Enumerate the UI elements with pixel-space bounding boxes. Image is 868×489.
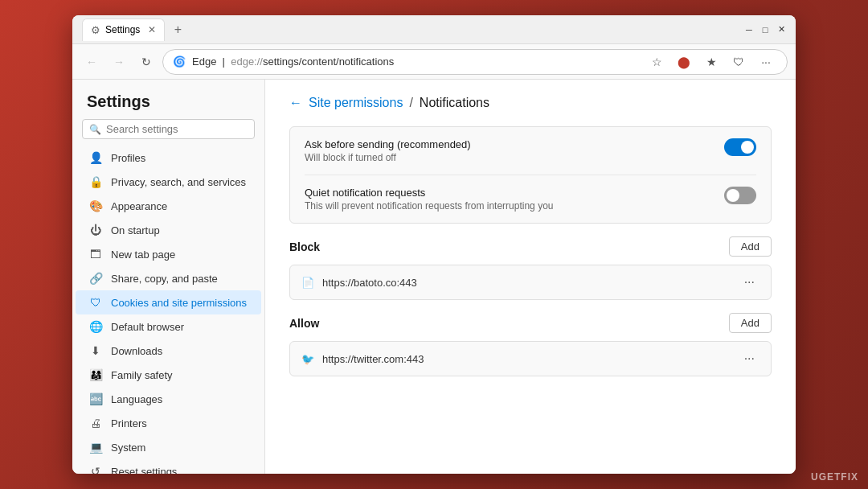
sidebar-item-label: New tab page bbox=[111, 249, 175, 261]
new-tab-button[interactable]: + bbox=[168, 20, 187, 39]
sidebar-item-label: Profiles bbox=[111, 152, 145, 164]
block-section-header: Block Add bbox=[289, 236, 772, 257]
edge-logo-icon: 🌀 bbox=[173, 55, 186, 68]
quiet-toggle[interactable] bbox=[724, 187, 756, 204]
reset-icon: ↺ bbox=[88, 465, 103, 474]
notifications-settings-card: Ask before sending (recommended) Will bl… bbox=[289, 126, 772, 224]
favorites-icon[interactable]: ☆ bbox=[645, 51, 668, 73]
sidebar-item-share[interactable]: 🔗 Share, copy, and paste bbox=[76, 266, 261, 290]
sidebar-item-label: Printers bbox=[111, 417, 147, 429]
browser-essentials-icon[interactable]: 🛡 bbox=[727, 51, 750, 73]
ask-setting-label: Ask before sending (recommended) bbox=[305, 138, 711, 150]
sidebar-item-label: Privacy, search, and services bbox=[111, 176, 246, 188]
quiet-setting-label: Quiet notification requests bbox=[305, 187, 711, 199]
maximize-button[interactable]: □ bbox=[760, 25, 770, 35]
quiet-setting-desc: This will prevent notification requests … bbox=[305, 200, 711, 212]
breadcrumb-link[interactable]: Site permissions bbox=[309, 96, 403, 110]
search-icon: 🔍 bbox=[89, 124, 101, 135]
sidebar-item-family-safety[interactable]: 👨‍👩‍👧 Family safety bbox=[76, 363, 261, 387]
breadcrumb-current: Notifications bbox=[420, 96, 489, 110]
minimize-button[interactable]: ─ bbox=[744, 25, 754, 35]
block-site-list: 📄 https://batoto.co:443 ··· bbox=[289, 265, 772, 300]
address-toolbar-icons: ☆ ⬤ ★ 🛡 ··· bbox=[645, 51, 777, 73]
tab-close-button[interactable]: ✕ bbox=[148, 24, 156, 35]
sidebar-item-default-browser[interactable]: 🌐 Default browser bbox=[76, 314, 261, 339]
profiles-icon: 👤 bbox=[88, 151, 103, 164]
downloads-icon: ⬇ bbox=[88, 344, 103, 357]
breadcrumb-separator: / bbox=[409, 96, 412, 110]
allow-site-item: 🐦 https://twitter.com:443 ··· bbox=[290, 342, 771, 376]
cookies-icon: 🛡 bbox=[88, 296, 103, 309]
breadcrumb-back-arrow[interactable]: ← bbox=[289, 96, 302, 110]
sidebar: Settings 🔍 👤 Profiles 🔒 Privacy, search,… bbox=[72, 80, 265, 474]
sidebar-item-new-tab[interactable]: 🗔 New tab page bbox=[76, 242, 261, 266]
file-icon: 📄 bbox=[301, 277, 314, 289]
url-scheme: edge:// bbox=[231, 55, 263, 68]
block-site-more-button[interactable]: ··· bbox=[739, 273, 760, 291]
sidebar-item-startup[interactable]: ⏻ On startup bbox=[76, 218, 261, 242]
sidebar-item-privacy[interactable]: 🔒 Privacy, search, and services bbox=[76, 170, 261, 194]
ask-setting-desc: Will block if turned off bbox=[305, 152, 711, 163]
sidebar-item-languages[interactable]: 🔤 Languages bbox=[76, 387, 261, 411]
allow-site-list: 🐦 https://twitter.com:443 ··· bbox=[289, 341, 772, 376]
quiet-notifications-row: Quiet notification requests This will pr… bbox=[305, 175, 756, 212]
sidebar-item-label: Languages bbox=[111, 393, 162, 405]
family-safety-icon: 👨‍👩‍👧 bbox=[88, 368, 103, 381]
block-section-title: Block bbox=[289, 240, 320, 253]
allow-section-header: Allow Add bbox=[289, 313, 772, 333]
appearance-icon: 🎨 bbox=[88, 199, 103, 212]
url-path: settings/content/notifications bbox=[263, 55, 394, 68]
watermark: UGETFIX bbox=[811, 471, 858, 483]
sidebar-item-reset[interactable]: ↺ Reset settings bbox=[76, 459, 261, 474]
window-controls: ─ □ ✕ bbox=[744, 25, 786, 35]
ask-before-sending-row: Ask before sending (recommended) Will bl… bbox=[305, 138, 756, 163]
sidebar-item-profiles[interactable]: 👤 Profiles bbox=[76, 146, 261, 170]
quiet-setting-info: Quiet notification requests This will pr… bbox=[305, 187, 711, 212]
addressbar: ← → ↻ 🌀 Edge | edge://settings/content/n… bbox=[72, 44, 796, 80]
address-label: Edge | edge://settings/content/notificat… bbox=[192, 55, 394, 68]
search-input[interactable] bbox=[106, 123, 248, 135]
refresh-button[interactable]: ↻ bbox=[135, 51, 158, 73]
forward-button[interactable]: → bbox=[108, 51, 130, 73]
sidebar-item-cookies[interactable]: 🛡 Cookies and site permissions bbox=[76, 290, 261, 314]
printers-icon: 🖨 bbox=[88, 417, 103, 429]
settings-tab-icon: ⚙ bbox=[91, 24, 100, 36]
sidebar-item-label: Reset settings bbox=[111, 466, 177, 475]
twitter-icon: 🐦 bbox=[301, 353, 314, 365]
block-section: Block Add 📄 https://batoto.co:443 ··· bbox=[289, 236, 772, 300]
system-icon: 💻 bbox=[88, 441, 103, 454]
tab-area: ⚙ Settings ✕ + bbox=[82, 18, 744, 41]
titlebar: ⚙ Settings ✕ + ─ □ ✕ bbox=[72, 15, 796, 44]
allow-section-title: Allow bbox=[289, 317, 319, 330]
ask-setting-info: Ask before sending (recommended) Will bl… bbox=[305, 138, 711, 163]
search-box[interactable]: 🔍 bbox=[82, 119, 255, 139]
settings-tab-title: Settings bbox=[105, 24, 140, 35]
sidebar-item-label: Appearance bbox=[111, 200, 167, 212]
sidebar-item-label: Cookies and site permissions bbox=[111, 297, 247, 309]
sidebar-item-label: Share, copy, and paste bbox=[111, 273, 218, 285]
address-box[interactable]: 🌀 Edge | edge://settings/content/notific… bbox=[162, 49, 788, 75]
sidebar-item-label: Default browser bbox=[111, 321, 184, 333]
allow-site-url: https://twitter.com:443 bbox=[322, 353, 731, 365]
block-add-button[interactable]: Add bbox=[729, 236, 772, 257]
block-site-item: 📄 https://batoto.co:443 ··· bbox=[290, 265, 771, 299]
collections-icon[interactable]: ★ bbox=[700, 51, 723, 73]
breadcrumb: ← Site permissions / Notifications bbox=[289, 96, 772, 110]
languages-icon: 🔤 bbox=[88, 392, 103, 405]
allow-add-button[interactable]: Add bbox=[729, 313, 772, 333]
more-tools-button[interactable]: ··· bbox=[755, 51, 777, 73]
opera-icon[interactable]: ⬤ bbox=[673, 51, 695, 73]
privacy-icon: 🔒 bbox=[88, 175, 103, 188]
settings-tab[interactable]: ⚙ Settings ✕ bbox=[82, 18, 165, 41]
back-button[interactable]: ← bbox=[80, 51, 103, 73]
ask-toggle[interactable] bbox=[724, 138, 756, 156]
close-button[interactable]: ✕ bbox=[776, 25, 786, 35]
sidebar-item-label: Downloads bbox=[111, 345, 162, 357]
sidebar-item-printers[interactable]: 🖨 Printers bbox=[76, 411, 261, 435]
sidebar-item-system[interactable]: 💻 System bbox=[76, 435, 261, 459]
edge-label: Edge bbox=[192, 55, 216, 68]
startup-icon: ⏻ bbox=[88, 224, 103, 236]
allow-site-more-button[interactable]: ··· bbox=[739, 350, 760, 368]
sidebar-item-appearance[interactable]: 🎨 Appearance bbox=[76, 194, 261, 218]
sidebar-item-downloads[interactable]: ⬇ Downloads bbox=[76, 339, 261, 363]
